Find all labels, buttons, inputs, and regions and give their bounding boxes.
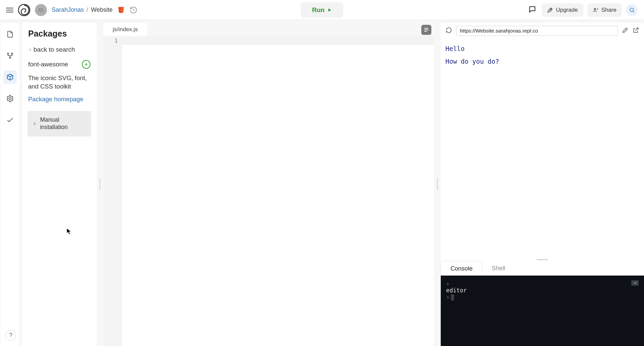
share-label: Share [601, 7, 616, 13]
manual-installation-label: Manual installation [40, 116, 87, 131]
code-editor[interactable]: 1 [103, 36, 434, 346]
console-clear-icon[interactable] [631, 280, 639, 286]
package-description: The iconic SVG, font, and CSS toolkit [28, 72, 91, 96]
run-label: Run [312, 6, 325, 14]
icon-rail [1, 23, 19, 346]
preview-line-1: Hello [445, 45, 639, 52]
rail-packages-icon[interactable] [3, 70, 17, 84]
help-button[interactable]: ? [5, 330, 16, 341]
upgrade-button[interactable]: Upgrade [542, 3, 583, 17]
chat-icon[interactable] [527, 4, 538, 16]
code-area[interactable] [122, 36, 434, 346]
console-prompt-icon: › [446, 294, 449, 300]
breadcrumb: SarahJonas / Website [52, 6, 113, 13]
tab-console[interactable]: Console [441, 261, 482, 275]
run-button[interactable]: Run [301, 2, 343, 18]
rail-settings-icon[interactable] [3, 92, 17, 105]
package-homepage-link[interactable]: Package homepage [28, 96, 91, 111]
resize-handle-left[interactable] [99, 23, 101, 346]
edit-url-icon[interactable] [622, 27, 629, 35]
share-button[interactable]: Share [587, 3, 622, 17]
rail-files-icon[interactable] [3, 27, 17, 41]
line-number: 1 [103, 36, 122, 45]
rail-check-icon[interactable] [3, 113, 17, 127]
open-external-icon[interactable] [633, 27, 639, 35]
package-name: font-awesome [28, 61, 68, 68]
upgrade-label: Upgrade [556, 7, 578, 13]
chevron-right-icon [32, 121, 37, 126]
share-icon [593, 7, 599, 13]
pane-drag-handle[interactable] [441, 258, 644, 261]
console-output-line: editor [446, 287, 639, 294]
resize-handle-right[interactable] [437, 23, 438, 346]
rail-version-icon[interactable] [3, 49, 17, 62]
preview-console-column: Hello How do you do? Console Shell › edi… [441, 23, 644, 346]
package-row: font-awesome [28, 57, 91, 72]
manual-installation-toggle[interactable]: Manual installation [28, 111, 91, 136]
chevron-left-icon [28, 48, 32, 52]
rocket-icon [547, 7, 553, 13]
svg-point-7 [11, 53, 13, 54]
svg-point-9 [9, 98, 11, 100]
plus-icon [84, 62, 89, 67]
console-body[interactable]: › editor › [441, 276, 644, 346]
packages-title: Packages [28, 29, 91, 43]
preview-line-2: How do you do? [445, 58, 639, 65]
editor-column: js/index.js 1 [103, 23, 434, 346]
console-prompt-icon: › [446, 280, 449, 287]
avatar-icon[interactable] [35, 4, 47, 16]
search-button[interactable] [626, 4, 638, 16]
back-label: back to search [34, 46, 75, 53]
svg-point-0 [18, 4, 30, 16]
replit-logo-icon[interactable] [18, 4, 30, 16]
svg-point-8 [9, 57, 11, 58]
editor-tab-bar: js/index.js [103, 23, 434, 36]
svg-point-5 [630, 8, 634, 12]
play-icon [327, 8, 332, 12]
help-label: ? [9, 332, 12, 339]
header-right: Upgrade Share [527, 3, 638, 17]
svg-point-6 [7, 53, 9, 54]
history-icon[interactable] [129, 6, 138, 14]
reload-icon[interactable] [445, 27, 452, 35]
workspace: Packages back to search font-awesome The… [0, 20, 644, 346]
file-tab[interactable]: js/index.js [103, 23, 147, 36]
breadcrumb-project[interactable]: Website [91, 6, 113, 13]
console-tabs: Console Shell [441, 261, 644, 276]
svg-point-3 [551, 9, 551, 9]
search-icon [629, 7, 635, 13]
markdown-preview-icon[interactable] [421, 25, 431, 35]
preview-url-input[interactable] [456, 26, 618, 36]
hamburger-icon[interactable] [6, 8, 13, 12]
svg-point-1 [39, 8, 41, 10]
preview-url-bar [441, 23, 644, 39]
editor-gutter: 1 [103, 36, 122, 346]
svg-point-2 [41, 8, 43, 10]
header-bar: SarahJonas / Website Run Upgrade Share [0, 0, 644, 20]
back-to-search[interactable]: back to search [28, 43, 91, 57]
preview-pane: Hello How do you do? [441, 39, 644, 258]
console-cursor [451, 294, 454, 300]
breadcrumb-user[interactable]: SarahJonas [52, 6, 84, 13]
svg-point-4 [594, 8, 596, 10]
packages-panel: Packages back to search font-awesome The… [22, 23, 97, 346]
breadcrumb-sep: / [87, 6, 88, 13]
add-package-button[interactable] [82, 60, 91, 69]
html5-icon [117, 6, 125, 14]
tab-shell[interactable]: Shell [482, 261, 515, 275]
